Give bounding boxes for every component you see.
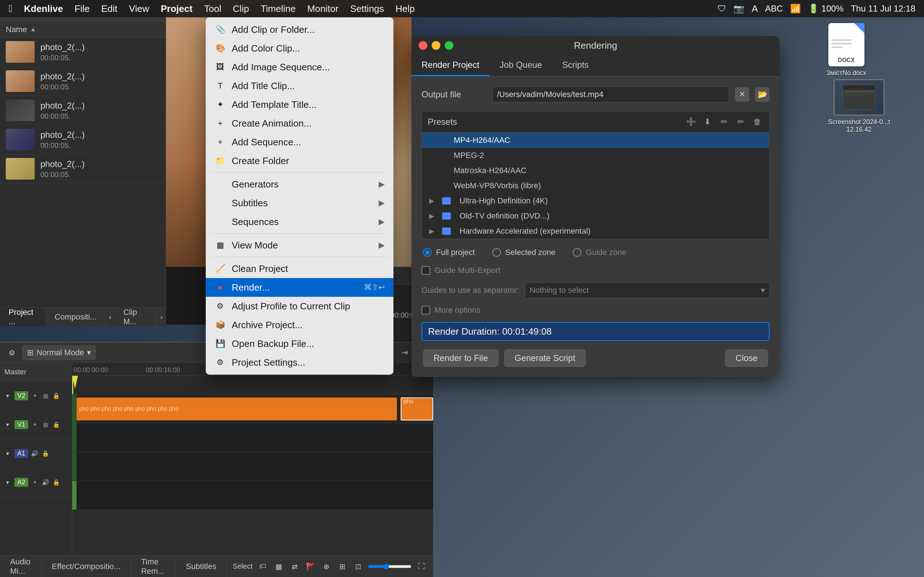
tab-compositing[interactable]: Compositi...: [46, 308, 105, 326]
tab-clipmonitor[interactable]: Clip M...: [115, 308, 157, 326]
preset-group-4k[interactable]: ▶ Ultra-High Definition (4K): [422, 193, 769, 208]
fullscreen-btn[interactable]: ⛶: [416, 561, 427, 572]
desktop-icon-screenshot[interactable]: Screenshot 2024-0...t 12.16.42: [823, 79, 895, 134]
timeline-settings-btn[interactable]: ⚙: [6, 347, 18, 359]
v1-lock-btn[interactable]: 🔒: [52, 421, 61, 429]
menu-sequences[interactable]: Sequences ▶: [206, 213, 393, 231]
select-zoom-btn[interactable]: ⊞: [336, 561, 348, 572]
menu-edit[interactable]: Edit: [102, 3, 118, 15]
preset-group-hwaccel[interactable]: ▶ Hardware Accelerated (experimental): [422, 224, 769, 239]
a1-lock-btn[interactable]: 🔒: [41, 449, 50, 458]
radio-full-project[interactable]: Full project: [423, 248, 475, 257]
select-extract-btn[interactable]: ⇄: [289, 561, 300, 572]
output-browse-btn[interactable]: 📂: [755, 87, 769, 102]
v1-composite-btn[interactable]: ▦: [41, 421, 50, 429]
menu-timeline[interactable]: Timeline: [261, 3, 296, 15]
preset-pencil-btn[interactable]: ✏: [735, 116, 747, 128]
menu-clip[interactable]: Clip: [233, 3, 249, 15]
menu-settings[interactable]: Settings: [350, 3, 384, 15]
radio-guide-zone[interactable]: Guide zone: [573, 248, 627, 257]
tab-audio-mixer[interactable]: Audio Mi...: [0, 556, 42, 577]
preset-add-btn[interactable]: ➕: [685, 116, 697, 128]
extract-btn[interactable]: ⇥: [399, 347, 411, 359]
tab-nav-prev[interactable]: ‹: [105, 308, 115, 326]
menu-subtitles[interactable]: Subtitles ▶: [206, 193, 393, 213]
a2-collapse-btn[interactable]: ▾: [3, 478, 12, 487]
track-clip-v2-selected[interactable]: pho: [401, 397, 433, 421]
menu-archive-project[interactable]: 📦 Archive Project...: [206, 316, 393, 334]
zoom-slider[interactable]: [368, 564, 412, 569]
list-item[interactable]: photo_2(...) 00:00:05.: [0, 96, 166, 125]
desktop-icon-document[interactable]: DOCX ЗмістNo.docx: [826, 23, 866, 77]
preset-group-dvd[interactable]: ▶ Old-TV definition (DVD...): [422, 208, 769, 224]
menu-create-animation[interactable]: + Create Animation...: [206, 114, 393, 133]
tab-nav-next[interactable]: ›: [157, 308, 166, 326]
a2-mute-btn[interactable]: 🔊: [41, 478, 50, 487]
menu-add-template[interactable]: ✦ Add Template Title...: [206, 95, 393, 114]
select-marker-btn[interactable]: 🚩: [305, 561, 316, 572]
menu-render[interactable]: ● Render... ⌘⇧↩: [206, 278, 393, 297]
list-item[interactable]: photo_2(...) 00:00:05.: [0, 67, 166, 96]
window-maximize-btn[interactable]: [445, 41, 453, 50]
app-name[interactable]: Kdenlive: [24, 3, 63, 15]
v1-collapse-btn[interactable]: ▾: [3, 420, 12, 429]
menu-open-backup[interactable]: 💾 Open Backup File...: [206, 334, 393, 353]
list-item[interactable]: photo_2(...) 00:00:05.: [0, 37, 166, 67]
tab-subtitles[interactable]: Subtitles: [176, 556, 227, 577]
window-close-btn[interactable]: [419, 41, 427, 50]
a1-collapse-btn[interactable]: ▾: [3, 449, 12, 458]
tab-time-remap[interactable]: Time Rem...: [131, 556, 176, 577]
select-fit-btn[interactable]: ⊡: [352, 561, 364, 572]
guides-dropdown[interactable]: Nothing to select ▾: [525, 282, 769, 298]
preset-delete-btn[interactable]: 🗑: [751, 116, 763, 128]
tab-project[interactable]: Project ...: [0, 308, 46, 326]
timeline-mode-selector[interactable]: ⊞ Normal Mode ▾: [23, 345, 96, 360]
preset-item-mp4[interactable]: MP4-H264/AAC: [422, 133, 769, 148]
more-options-checkbox[interactable]: [422, 306, 430, 314]
preset-item-webm[interactable]: WebM-VP8/Vorbis (libre): [422, 178, 769, 193]
close-button[interactable]: Close: [725, 350, 768, 367]
select-tag-btn[interactable]: 🏷: [257, 561, 268, 572]
menu-add-title[interactable]: T Add Title Clip...: [206, 76, 393, 95]
menu-project-settings[interactable]: ⚙ Project Settings...: [206, 353, 393, 372]
menu-project[interactable]: Project: [161, 3, 192, 15]
a2-lock-btn[interactable]: 🔒: [52, 478, 61, 487]
menu-help[interactable]: Help: [396, 3, 415, 15]
menu-monitor[interactable]: Monitor: [307, 3, 339, 15]
menu-view[interactable]: View: [129, 3, 149, 15]
preset-edit-btn[interactable]: ✏: [718, 116, 730, 128]
apple-menu[interactable]: : [9, 3, 12, 15]
menu-add-image-seq[interactable]: 🖼 Add Image Sequence...: [206, 58, 393, 76]
guide-multi-export-checkbox[interactable]: [422, 266, 430, 275]
v2-lock-btn[interactable]: 🔒: [52, 392, 61, 400]
list-item[interactable]: photo_2(...) 00:00:05.: [0, 125, 166, 154]
menu-add-color-clip[interactable]: 🎨 Add Color Clip...: [206, 39, 393, 58]
menu-file[interactable]: File: [75, 3, 90, 15]
track-clip-v2[interactable]: pho pho pho pho pho pho pho pho pho: [76, 397, 397, 421]
menu-view-mode[interactable]: ▦ View Mode ▶: [206, 236, 393, 255]
tab-job-queue[interactable]: Job Queue: [489, 55, 552, 76]
tab-scripts[interactable]: Scripts: [552, 55, 599, 76]
tab-effect-composition[interactable]: Effect/Compositio...: [42, 556, 131, 577]
v2-effects-btn[interactable]: ✦: [30, 392, 39, 400]
radio-selected-zone[interactable]: Selected zone: [492, 248, 556, 257]
tab-render-project[interactable]: Render Project: [412, 55, 489, 76]
window-minimize-btn[interactable]: [432, 41, 440, 50]
menu-tool[interactable]: Tool: [204, 3, 221, 15]
menu-generators[interactable]: Generators ▶: [206, 175, 393, 193]
list-item[interactable]: photo_2(...) 00:00:05.: [0, 154, 166, 184]
a2-effects-btn[interactable]: ✦: [30, 478, 39, 487]
v2-composite-btn[interactable]: ▦: [41, 392, 50, 400]
preset-item-matroska[interactable]: Matroska-H264/AAC: [422, 163, 769, 178]
menu-add-clip-folder[interactable]: 📎 Add Clip or Folder...: [206, 20, 393, 39]
menu-adjust-profile[interactable]: ⚙ Adjust Profile to Current Clip: [206, 297, 393, 316]
v2-collapse-btn[interactable]: ▾: [3, 391, 12, 401]
v1-effects-btn[interactable]: ✦: [30, 421, 39, 429]
a1-mute-btn[interactable]: 🔊: [30, 449, 39, 458]
render-to-file-button[interactable]: Render to File: [423, 350, 498, 367]
menu-create-folder[interactable]: 📁 Create Folder: [206, 152, 393, 170]
select-clip-btn[interactable]: ▦: [273, 561, 284, 572]
generate-script-button[interactable]: Generate Script: [504, 350, 586, 367]
select-snap-btn[interactable]: ⊕: [320, 561, 332, 572]
preset-download-btn[interactable]: ⬇: [701, 116, 714, 128]
